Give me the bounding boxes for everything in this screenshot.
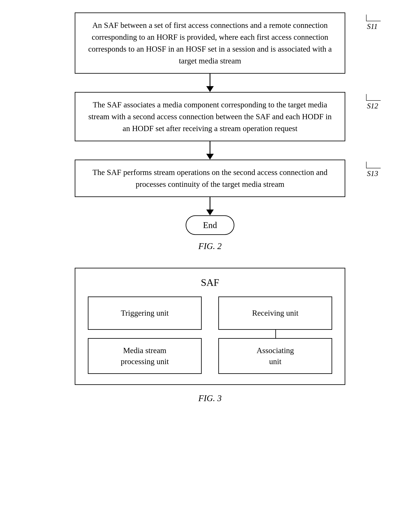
s11-horiz-line bbox=[366, 21, 381, 21]
end-oval: End bbox=[186, 215, 234, 235]
arrow3-head bbox=[206, 209, 214, 215]
saf-outer-box: SAF Triggering unit Receiving unit Media… bbox=[75, 268, 345, 385]
s11-row: An SAF between a set of first access con… bbox=[23, 13, 397, 74]
s12-label: S12 bbox=[366, 94, 381, 110]
saf-title: SAF bbox=[88, 277, 332, 288]
triggering-unit-box: Triggering unit bbox=[88, 297, 202, 330]
s11-box: An SAF between a set of first access con… bbox=[75, 13, 345, 74]
s13-label: S13 bbox=[366, 162, 381, 178]
s13-label-text: S13 bbox=[367, 169, 378, 178]
fig3-container: SAF Triggering unit Receiving unit Media… bbox=[23, 268, 397, 403]
arrow2 bbox=[206, 141, 214, 160]
media-stream-processing-unit-label: Media streamprocessing unit bbox=[121, 345, 169, 367]
s13-row: The SAF performs stream operations on th… bbox=[23, 160, 397, 197]
saf-inner-grid: Triggering unit Receiving unit Media str… bbox=[88, 297, 332, 374]
arrow1-head bbox=[206, 86, 214, 92]
s12-row: The SAF associates a media component cor… bbox=[23, 92, 397, 141]
media-stream-processing-unit-box: Media streamprocessing unit bbox=[88, 338, 202, 374]
s11-vert-line bbox=[366, 15, 367, 21]
triggering-unit-label: Triggering unit bbox=[121, 307, 169, 319]
s13-box: The SAF performs stream operations on th… bbox=[75, 160, 345, 197]
arrow1-shaft bbox=[210, 74, 210, 86]
arrow1 bbox=[206, 74, 214, 92]
receiving-unit-label: Receiving unit bbox=[252, 307, 299, 319]
s13-horiz-line bbox=[366, 168, 381, 168]
arrow2-shaft bbox=[210, 141, 210, 154]
s13-vert-line bbox=[366, 162, 367, 168]
s13-text: The SAF performs stream operations on th… bbox=[86, 166, 334, 190]
s11-label: S11 bbox=[366, 15, 381, 31]
fig3-caption: FIG. 3 bbox=[198, 393, 222, 403]
arrow3 bbox=[206, 197, 214, 215]
s11-label-text: S11 bbox=[367, 22, 378, 31]
arrow3-shaft bbox=[210, 197, 210, 209]
fig2-container: An SAF between a set of first access con… bbox=[23, 8, 397, 251]
end-label: End bbox=[203, 220, 217, 230]
s12-horiz-line bbox=[366, 100, 381, 101]
associating-unit-label: Associatingunit bbox=[257, 345, 294, 367]
s12-box: The SAF associates a media component cor… bbox=[75, 92, 345, 141]
arrow2-head bbox=[206, 154, 214, 160]
page-container: An SAF between a set of first access con… bbox=[23, 8, 397, 403]
associating-unit-box: Associatingunit bbox=[218, 338, 332, 374]
s11-text: An SAF between a set of first access con… bbox=[86, 19, 334, 67]
fig2-caption: FIG. 2 bbox=[198, 241, 222, 251]
s12-vert-line bbox=[366, 94, 367, 100]
s12-label-text: S12 bbox=[367, 102, 378, 110]
receiving-unit-box: Receiving unit bbox=[218, 297, 332, 330]
s12-text: The SAF associates a media component cor… bbox=[86, 99, 334, 134]
